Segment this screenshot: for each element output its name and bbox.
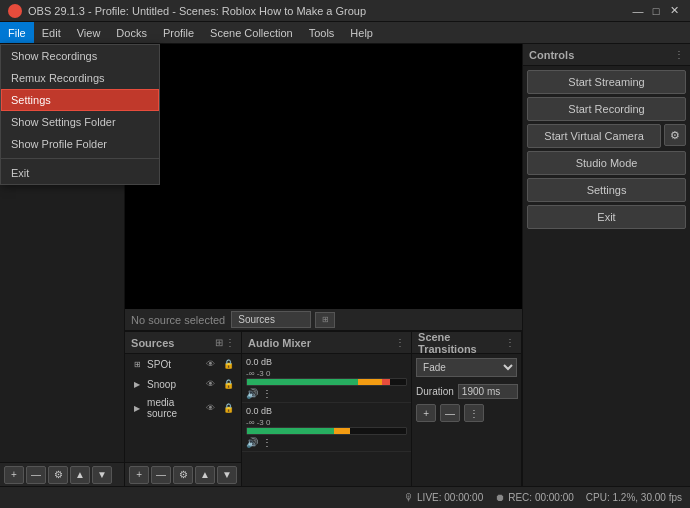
audio-mixer-title: Audio Mixer: [248, 337, 311, 349]
list-item[interactable]: ▶ media source 👁 🔒: [125, 394, 241, 422]
dropdown-exit[interactable]: Exit: [1, 162, 159, 184]
sources-up-button[interactable]: ▲: [195, 466, 215, 484]
audio-more-icon-2[interactable]: ⋮: [262, 437, 272, 448]
source-eye-icon[interactable]: 👁: [203, 377, 217, 391]
title-bar: OBS 29.1.3 - Profile: Untitled - Scenes:…: [0, 0, 690, 22]
media-icon: ⊞: [131, 358, 143, 370]
window-title: OBS 29.1.3 - Profile: Untitled - Scenes:…: [28, 5, 366, 17]
menu-profile[interactable]: Profile: [155, 22, 202, 43]
transition-effect-select[interactable]: Fade: [416, 358, 517, 377]
scene-transitions-title: Scene Transitions: [418, 331, 505, 355]
sources-add-button[interactable]: +: [129, 466, 149, 484]
studio-mode-button[interactable]: Studio Mode: [527, 151, 686, 175]
start-virtual-camera-button[interactable]: Start Virtual Camera: [527, 124, 661, 148]
bottom-area: Sources ⊞ ⋮ ⊞ SPOt 👁 🔒 ▶ Snoop 👁: [125, 331, 522, 486]
dropdown-show-settings-folder[interactable]: Show Settings Folder: [1, 111, 159, 133]
virtual-camera-settings-button[interactable]: ⚙: [664, 124, 686, 146]
scenes-add-button[interactable]: +: [4, 466, 24, 484]
controls-more-icon[interactable]: ⋮: [674, 49, 684, 60]
status-bar: 🎙 LIVE: 00:00:00 ⏺ REC: 00:00:00 CPU: 1.…: [0, 486, 690, 508]
source-lock-icon[interactable]: 🔒: [221, 377, 235, 391]
scene-transitions-more-icon[interactable]: ⋮: [505, 337, 515, 348]
maximize-button[interactable]: □: [648, 3, 664, 19]
controls-header: Controls ⋮: [523, 44, 690, 66]
app-icon: [8, 4, 22, 18]
status-live: 🎙 LIVE: 00:00:00: [404, 492, 483, 503]
file-dropdown-menu: Show Recordings Remux Recordings Setting…: [0, 44, 160, 185]
duration-input[interactable]: [458, 384, 518, 399]
mute-icon-2[interactable]: 🔊: [246, 437, 258, 448]
source-lock-icon[interactable]: 🔒: [221, 357, 235, 371]
rec-value: REC: 00:00:00: [508, 492, 574, 503]
audio-controls-2: 🔊 ⋮: [246, 437, 407, 448]
source-lock-icon[interactable]: 🔒: [221, 401, 235, 415]
dropdown-remux-recordings[interactable]: Remux Recordings: [1, 67, 159, 89]
menu-file[interactable]: File: [0, 22, 34, 43]
scenes-toolbar: + — ⚙ ▲ ▼: [0, 462, 124, 486]
mute-icon-1[interactable]: 🔊: [246, 388, 258, 399]
virtual-camera-row: Start Virtual Camera ⚙: [527, 124, 686, 148]
start-streaming-button[interactable]: Start Streaming: [527, 70, 686, 94]
cpu-value: CPU: 1.2%, 30.00 fps: [586, 492, 682, 503]
list-item[interactable]: ⊞ SPOt 👁 🔒: [125, 354, 241, 374]
sources-toolbar: + — ⚙ ▲ ▼: [125, 462, 241, 486]
sources-down-button[interactable]: ▼: [217, 466, 237, 484]
menu-edit[interactable]: Edit: [34, 22, 69, 43]
transition-more-button[interactable]: ⋮: [464, 404, 484, 422]
controls-title: Controls: [529, 49, 574, 61]
volume-bar-1: [246, 378, 407, 386]
transition-toolbar: + — ⋮: [412, 401, 521, 425]
audio-mixer-header: Audio Mixer ⋮: [242, 332, 411, 354]
transition-add-button[interactable]: +: [416, 404, 436, 422]
exit-button[interactable]: Exit: [527, 205, 686, 229]
dropdown-show-profile-folder[interactable]: Show Profile Folder: [1, 133, 159, 155]
menu-docks[interactable]: Docks: [108, 22, 155, 43]
duration-row: Duration ▲ ▼: [412, 381, 521, 401]
window-controls[interactable]: — □ ✕: [630, 3, 682, 19]
list-item[interactable]: ▶ Snoop 👁 🔒: [125, 374, 241, 394]
controls-panel: Start Streaming Start Recording Start Vi…: [523, 66, 690, 233]
sources-panel: Sources ⊞ ⋮ ⊞ SPOt 👁 🔒 ▶ Snoop 👁: [125, 332, 242, 486]
dropdown-show-recordings[interactable]: Show Recordings: [1, 45, 159, 67]
audio-more-icon-1[interactable]: ⋮: [262, 388, 272, 399]
sources-title: Sources: [131, 337, 174, 349]
sources-remove-button[interactable]: —: [151, 466, 171, 484]
rec-icon: ⏺: [495, 492, 505, 503]
source-eye-icon[interactable]: 👁: [203, 401, 217, 415]
scenes-settings-button[interactable]: ⚙: [48, 466, 68, 484]
scenes-up-button[interactable]: ▲: [70, 466, 90, 484]
grid-icon: ⊞: [322, 315, 329, 324]
center-panel: No source selected Sources ⊞ Sources ⊞ ⋮: [125, 44, 522, 486]
close-button[interactable]: ✕: [666, 3, 682, 19]
audio-channel-2: 0.0 dB -∞ -3 0 🔊 ⋮: [242, 403, 411, 452]
transition-remove-button[interactable]: —: [440, 404, 460, 422]
duration-label: Duration: [416, 386, 454, 397]
minimize-button[interactable]: —: [630, 3, 646, 19]
scene-transitions-header: Scene Transitions ⋮: [412, 332, 521, 354]
menu-bar: File Edit View Docks Profile Scene Colle…: [0, 22, 690, 44]
start-recording-button[interactable]: Start Recording: [527, 97, 686, 121]
source-eye-icon[interactable]: 👁: [203, 357, 217, 371]
live-icon: 🎙: [404, 492, 414, 503]
sources-settings-button[interactable]: ⚙: [173, 466, 193, 484]
sources-more-icon[interactable]: ⋮: [225, 337, 235, 348]
play-icon: ▶: [131, 378, 143, 390]
preview-toolbar-btn1[interactable]: ⊞: [315, 312, 335, 328]
sources-expand-icon[interactable]: ⊞: [215, 337, 223, 348]
live-value: LIVE: 00:00:00: [417, 492, 483, 503]
scenes-remove-button[interactable]: —: [26, 466, 46, 484]
audio-mixer-more-icon[interactable]: ⋮: [395, 337, 405, 348]
audio-channel-1: 0.0 dB -∞ -3 0 🔊 ⋮: [242, 354, 411, 403]
dropdown-settings[interactable]: Settings: [1, 89, 159, 111]
settings-button[interactable]: Settings: [527, 178, 686, 202]
menu-scene-collection[interactable]: Scene Collection: [202, 22, 301, 43]
menu-view[interactable]: View: [69, 22, 109, 43]
scene-transitions-panel: Scene Transitions ⋮ Fade Duration ▲ ▼ +: [412, 332, 522, 486]
scenes-down-button[interactable]: ▼: [92, 466, 112, 484]
status-cpu: CPU: 1.2%, 30.00 fps: [586, 492, 682, 503]
vol-red-1: [382, 379, 390, 385]
no-source-label: No source selected: [131, 314, 225, 326]
menu-tools[interactable]: Tools: [301, 22, 343, 43]
menu-help[interactable]: Help: [342, 22, 381, 43]
sources-search-box[interactable]: Sources: [231, 311, 311, 328]
